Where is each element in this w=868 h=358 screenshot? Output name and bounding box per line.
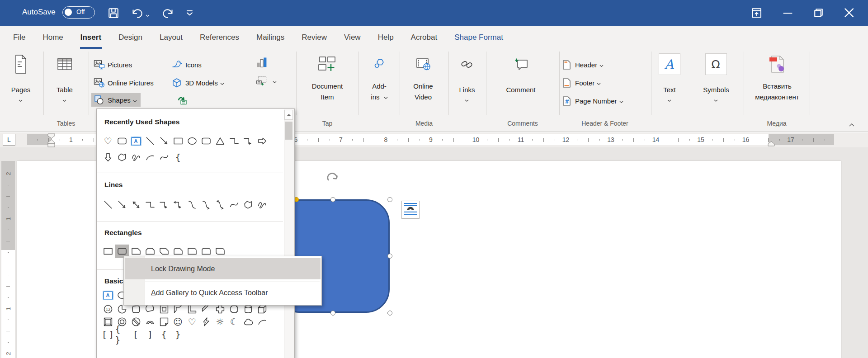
ribbon-button-insert-media[interactable]: Вставитьмедиаконтент [747,51,807,110]
shape-no-symbol[interactable] [129,315,143,329]
minimize-button[interactable] [772,0,803,26]
tab-home[interactable]: Home [34,26,71,49]
ribbon-display-options-button[interactable] [741,0,772,26]
ribbon-button-document-item[interactable]: DocumentItem [300,51,355,110]
shape-cloud[interactable] [241,315,255,329]
selection-handle[interactable] [387,254,392,259]
shape-double-arrow[interactable] [129,198,143,212]
tab-help[interactable]: Help [369,26,402,49]
ribbon-button-header[interactable]: Header [561,58,604,71]
ribbon-button-chart[interactable] [256,55,270,69]
undo-icon[interactable] [130,6,144,20]
shape-smiley-face[interactable]: ☺ [171,315,185,329]
tab-design[interactable]: Design [110,26,151,49]
shape-scribble[interactable] [255,198,269,212]
tab-layout[interactable]: Layout [151,26,191,49]
shape-arrow-down[interactable] [101,151,115,164]
ribbon-button-icons[interactable]: Icons [171,58,202,71]
shape-rounded-rectangle[interactable] [199,134,213,148]
ribbon-button-add-ins[interactable]: Add-ins [362,51,397,110]
ribbon-button-table[interactable]: Table [48,51,81,110]
shape-triangle[interactable] [213,134,227,148]
gallery-scrollbar[interactable] [284,109,294,358]
collapse-ribbon-button[interactable] [846,120,857,129]
ribbon-button-footer[interactable]: Footer [561,76,601,90]
tab-insert[interactable]: Insert [72,26,110,49]
shape-rounded-rectangle[interactable] [115,134,129,148]
shape-curved-double-arrow-connector[interactable] [213,198,227,212]
menu-item-add-gallery-to-qat[interactable]: Add Gallery to Quick Access Toolbar [125,282,321,303]
autosave-toggle[interactable]: Off [62,6,95,19]
shape-double-brace[interactable]: { } [115,328,129,341]
undo-chevron-icon[interactable] [146,11,150,19]
ribbon-button-screenshot[interactable] [256,74,277,88]
shape-elbow-connector[interactable] [227,134,241,148]
shape-curve[interactable] [157,151,171,164]
restore-button[interactable] [803,0,834,26]
shape-arc[interactable] [255,315,269,329]
ribbon-button-shapes[interactable]: Shapes [91,93,141,107]
shape-heart[interactable]: ♡ [101,134,115,148]
customize-qat-icon[interactable] [183,6,196,20]
ribbon-button-3d-models[interactable]: 3D Models [171,76,224,90]
shape-folded-corner[interactable] [157,315,171,329]
shape-arrow-right[interactable] [255,134,269,148]
tab-file[interactable]: File [5,26,34,49]
tab-acrobat[interactable]: Acrobat [402,26,446,49]
shape-arrow[interactable] [115,198,129,212]
selection-handle[interactable] [387,311,392,316]
shape-double-bracket[interactable]: [ ] [101,328,115,341]
shape-freeform[interactable] [115,151,129,164]
layout-options-button[interactable] [401,201,420,219]
tab-review[interactable]: Review [293,26,335,49]
shape-dodecagon[interactable]: 12 [101,302,115,316]
shape-line[interactable] [143,134,157,148]
shape-freeform[interactable] [241,198,255,212]
redo-icon[interactable] [161,6,175,20]
tab-view[interactable]: View [335,26,369,49]
shape-arc[interactable] [143,151,157,164]
shape-oval[interactable] [185,134,199,148]
ribbon-button-links[interactable]: Links [451,51,483,110]
selection-handle[interactable] [330,197,335,202]
save-icon[interactable] [107,6,120,20]
shape-rectangle[interactable] [171,134,185,148]
shape-right-brace[interactable]: } [171,328,185,341]
shape-left-brace[interactable]: { [171,151,185,164]
vertical-ruler-band[interactable]: 2112 [1,161,15,358]
scrollbar-thumb[interactable] [285,122,292,140]
shape-elbow-double-arrow-connector[interactable] [171,198,185,212]
shape-rectangle[interactable] [101,245,115,258]
tab-shape-format[interactable]: Shape Format [446,26,512,49]
shape-left-bracket[interactable]: [ [129,328,143,341]
ribbon-button-smartart[interactable] [176,93,191,107]
shape-bevel[interactable] [101,315,115,329]
shape-line[interactable] [101,198,115,212]
shape-lightning-bolt[interactable] [199,315,213,329]
shape-block-arc[interactable] [143,315,157,329]
shape-elbow-connector[interactable] [143,198,157,212]
shape-curved-arrow-connector[interactable] [199,198,213,212]
menu-item-lock-drawing-mode[interactable]: Lock Drawing Mode [125,258,321,279]
ribbon-button-pictures[interactable]: Pictures [93,58,132,71]
ribbon-button-text[interactable]: AText [655,51,684,110]
shape-curved-connector[interactable] [185,198,199,212]
close-button[interactable] [834,0,864,26]
selection-handle[interactable] [387,197,392,202]
shape-left-brace[interactable]: { [157,328,171,341]
ribbon-button-online-pictures[interactable]: Online Pictures [93,76,154,90]
tab-mailings[interactable]: Mailings [248,26,293,49]
shape-curve[interactable] [227,198,241,212]
ribbon-button-online-video[interactable]: OnlineVideo [403,51,443,110]
ribbon-button-page-number[interactable]: #Page Number [561,94,623,108]
shape-text-box[interactable]: A [101,288,115,302]
scrollbar-up-button[interactable] [284,110,293,120]
shape-heart[interactable]: ♡ [185,315,199,329]
rotate-handle-icon[interactable] [325,171,340,187]
shape-scribble[interactable] [129,151,143,164]
indent-markers[interactable] [47,133,56,149]
shape-sun[interactable]: ☼ [213,315,227,329]
shape-right-bracket[interactable]: ] [143,328,157,341]
shape-elbow-arrow-connector[interactable] [157,198,171,212]
selection-handle[interactable] [330,311,335,316]
